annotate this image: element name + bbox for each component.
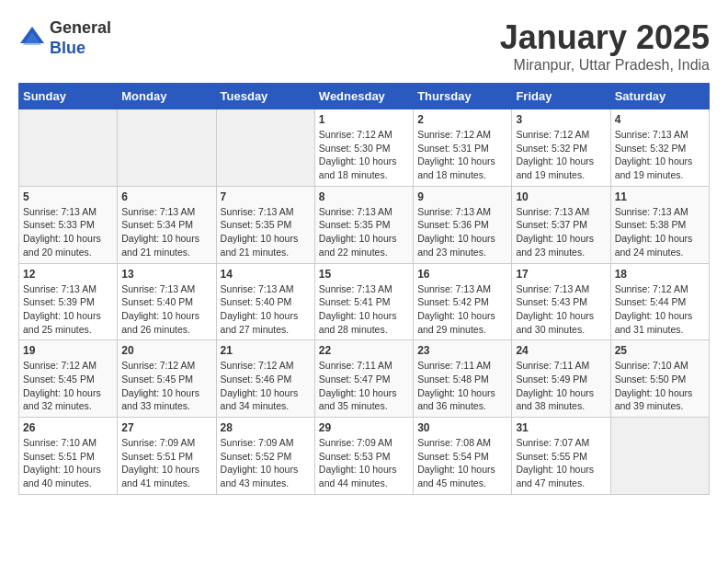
day-info: Sunrise: 7:13 AMSunset: 5:38 PMDaylight:… [615,205,705,259]
day-info: Sunrise: 7:10 AMSunset: 5:50 PMDaylight:… [615,359,705,413]
page-header: General Blue January 2025 Miranpur, Utta… [18,18,710,74]
day-number: 5 [23,190,113,203]
calendar-cell: 6Sunrise: 7:13 AMSunset: 5:34 PMDaylight… [118,186,216,263]
calendar-cell: 28Sunrise: 7:09 AMSunset: 5:52 PMDayligh… [216,418,314,495]
day-info: Sunrise: 7:09 AMSunset: 5:52 PMDaylight:… [221,436,311,490]
day-number: 19 [23,344,113,357]
calendar-cell: 31Sunrise: 7:07 AMSunset: 5:55 PMDayligh… [512,418,610,495]
day-number: 6 [121,190,211,203]
calendar-cell: 19Sunrise: 7:12 AMSunset: 5:45 PMDayligh… [19,340,118,418]
day-info: Sunrise: 7:11 AMSunset: 5:48 PMDaylight:… [417,359,507,413]
day-number: 14 [221,268,311,281]
day-info: Sunrise: 7:12 AMSunset: 5:31 PMDaylight:… [417,128,507,182]
day-number: 31 [516,421,606,434]
day-info: Sunrise: 7:12 AMSunset: 5:46 PMDaylight:… [221,359,311,413]
day-info: Sunrise: 7:13 AMSunset: 5:35 PMDaylight:… [221,205,311,259]
day-number: 11 [615,190,705,203]
day-number: 29 [319,421,409,434]
day-info: Sunrise: 7:13 AMSunset: 5:37 PMDaylight:… [516,205,606,259]
day-number: 4 [615,113,705,126]
calendar-cell: 1Sunrise: 7:12 AMSunset: 5:30 PMDaylight… [314,109,413,187]
day-header-thursday: Thursday [414,84,512,109]
day-number: 28 [221,421,311,434]
day-number: 23 [417,344,507,357]
day-info: Sunrise: 7:13 AMSunset: 5:32 PMDaylight:… [615,128,705,182]
location-subtitle: Miranpur, Uttar Pradesh, India [500,57,710,74]
calendar-cell: 24Sunrise: 7:11 AMSunset: 5:49 PMDayligh… [512,340,610,418]
calendar-cell [216,109,314,187]
day-info: Sunrise: 7:13 AMSunset: 5:33 PMDaylight:… [23,205,113,259]
month-title: January 2025 [500,18,710,57]
day-number: 25 [615,344,705,357]
day-info: Sunrise: 7:12 AMSunset: 5:32 PMDaylight:… [516,128,606,182]
calendar-cell: 16Sunrise: 7:13 AMSunset: 5:42 PMDayligh… [414,263,512,340]
day-number: 10 [516,190,606,203]
calendar-cell: 21Sunrise: 7:12 AMSunset: 5:46 PMDayligh… [216,340,314,418]
day-header-sunday: Sunday [19,84,118,109]
calendar-cell: 3Sunrise: 7:12 AMSunset: 5:32 PMDaylight… [512,109,610,187]
calendar-cell: 29Sunrise: 7:09 AMSunset: 5:53 PMDayligh… [314,418,413,495]
calendar-cell: 7Sunrise: 7:13 AMSunset: 5:35 PMDaylight… [216,186,314,263]
calendar-cell: 14Sunrise: 7:13 AMSunset: 5:40 PMDayligh… [216,263,314,340]
calendar-cell: 12Sunrise: 7:13 AMSunset: 5:39 PMDayligh… [19,263,118,340]
calendar-cell: 27Sunrise: 7:09 AMSunset: 5:51 PMDayligh… [118,418,216,495]
day-number: 30 [417,421,507,434]
day-info: Sunrise: 7:13 AMSunset: 5:40 PMDaylight:… [121,282,211,337]
day-number: 26 [23,421,113,434]
calendar-cell: 30Sunrise: 7:08 AMSunset: 5:54 PMDayligh… [414,418,512,495]
day-number: 15 [319,268,409,281]
day-info: Sunrise: 7:08 AMSunset: 5:54 PMDaylight:… [417,436,507,490]
day-number: 13 [121,268,211,281]
logo: General Blue [18,18,111,58]
day-info: Sunrise: 7:13 AMSunset: 5:34 PMDaylight:… [121,205,211,259]
day-info: Sunrise: 7:07 AMSunset: 5:55 PMDaylight:… [516,436,606,490]
day-number: 24 [516,344,606,357]
day-info: Sunrise: 7:13 AMSunset: 5:36 PMDaylight:… [417,205,507,259]
day-number: 27 [121,421,211,434]
day-info: Sunrise: 7:12 AMSunset: 5:45 PMDaylight:… [121,359,211,413]
day-number: 9 [417,190,507,203]
calendar-header: SundayMondayTuesdayWednesdayThursdayFrid… [19,84,710,109]
calendar-cell: 26Sunrise: 7:10 AMSunset: 5:51 PMDayligh… [19,418,118,495]
day-info: Sunrise: 7:09 AMSunset: 5:51 PMDaylight:… [121,436,211,490]
calendar-cell: 17Sunrise: 7:13 AMSunset: 5:43 PMDayligh… [512,263,610,340]
day-info: Sunrise: 7:09 AMSunset: 5:53 PMDaylight:… [319,436,409,490]
calendar-cell: 4Sunrise: 7:13 AMSunset: 5:32 PMDaylight… [610,109,709,187]
day-info: Sunrise: 7:13 AMSunset: 5:43 PMDaylight:… [516,282,606,337]
calendar-cell: 11Sunrise: 7:13 AMSunset: 5:38 PMDayligh… [610,186,709,263]
day-info: Sunrise: 7:12 AMSunset: 5:44 PMDaylight:… [615,282,705,337]
calendar-cell: 2Sunrise: 7:12 AMSunset: 5:31 PMDaylight… [414,109,512,187]
calendar-cell: 25Sunrise: 7:10 AMSunset: 5:50 PMDayligh… [610,340,709,418]
day-number: 21 [221,344,311,357]
calendar-cell: 10Sunrise: 7:13 AMSunset: 5:37 PMDayligh… [512,186,610,263]
day-header-monday: Monday [118,84,216,109]
day-info: Sunrise: 7:13 AMSunset: 5:35 PMDaylight:… [319,205,409,259]
day-number: 18 [615,268,705,281]
calendar-cell [610,418,709,495]
day-number: 22 [319,344,409,357]
calendar-cell: 20Sunrise: 7:12 AMSunset: 5:45 PMDayligh… [118,340,216,418]
week-row-5: 26Sunrise: 7:10 AMSunset: 5:51 PMDayligh… [19,418,710,495]
title-block: January 2025 Miranpur, Uttar Pradesh, In… [500,18,710,74]
day-number: 12 [23,268,113,281]
day-info: Sunrise: 7:13 AMSunset: 5:41 PMDaylight:… [319,282,409,337]
week-row-2: 5Sunrise: 7:13 AMSunset: 5:33 PMDaylight… [19,186,710,263]
week-row-1: 1Sunrise: 7:12 AMSunset: 5:30 PMDaylight… [19,109,710,187]
day-info: Sunrise: 7:11 AMSunset: 5:47 PMDaylight:… [319,359,409,413]
calendar-cell [19,109,118,187]
day-number: 16 [417,268,507,281]
day-header-tuesday: Tuesday [216,84,314,109]
day-number: 3 [516,113,606,126]
day-info: Sunrise: 7:12 AMSunset: 5:45 PMDaylight:… [23,359,113,413]
day-info: Sunrise: 7:13 AMSunset: 5:40 PMDaylight:… [221,282,311,337]
logo-icon [18,25,46,52]
week-row-3: 12Sunrise: 7:13 AMSunset: 5:39 PMDayligh… [19,263,710,340]
calendar-cell: 13Sunrise: 7:13 AMSunset: 5:40 PMDayligh… [118,263,216,340]
day-header-saturday: Saturday [610,84,709,109]
calendar-cell: 18Sunrise: 7:12 AMSunset: 5:44 PMDayligh… [610,263,709,340]
calendar-cell: 15Sunrise: 7:13 AMSunset: 5:41 PMDayligh… [314,263,413,340]
calendar-body: 1Sunrise: 7:12 AMSunset: 5:30 PMDaylight… [19,109,710,495]
day-number: 1 [319,113,409,126]
header-row: SundayMondayTuesdayWednesdayThursdayFrid… [19,84,710,109]
calendar-cell: 23Sunrise: 7:11 AMSunset: 5:48 PMDayligh… [414,340,512,418]
